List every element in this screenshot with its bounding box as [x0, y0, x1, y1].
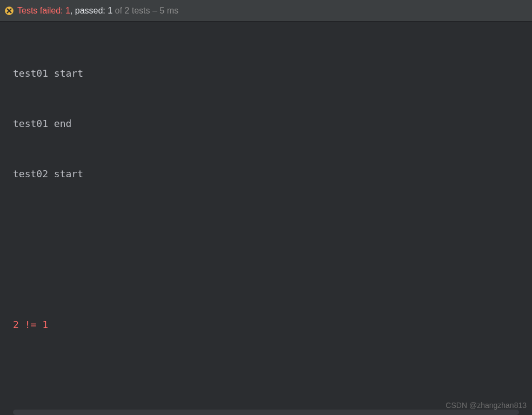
empty-line — [13, 366, 519, 383]
test-status-bar: Tests failed: 1, passed: 1 of 2 tests – … — [0, 0, 532, 22]
tests-summary-suffix: of 2 tests – 5 ms — [112, 6, 178, 15]
horizontal-scrollbar[interactable] — [13, 410, 519, 415]
console-output[interactable]: test01 start test01 end test02 start 2 !… — [0, 22, 532, 415]
output-line: test01 end — [13, 115, 519, 132]
empty-line — [13, 266, 519, 283]
watermark: CSDN @zhangzhan813 — [445, 401, 527, 410]
error-badge-icon — [4, 6, 14, 16]
output-line: test02 start — [13, 165, 519, 182]
assertion-diff: 2 != 1 — [13, 316, 519, 333]
comma: , — [70, 6, 72, 15]
output-line: test01 start — [13, 65, 519, 82]
empty-line — [13, 216, 519, 232]
status-bar-text: Tests failed: 1, passed: 1 of 2 tests – … — [17, 6, 178, 16]
tests-failed-label: Tests failed: 1 — [17, 6, 70, 15]
tests-passed-label: passed: 1 — [75, 6, 112, 15]
